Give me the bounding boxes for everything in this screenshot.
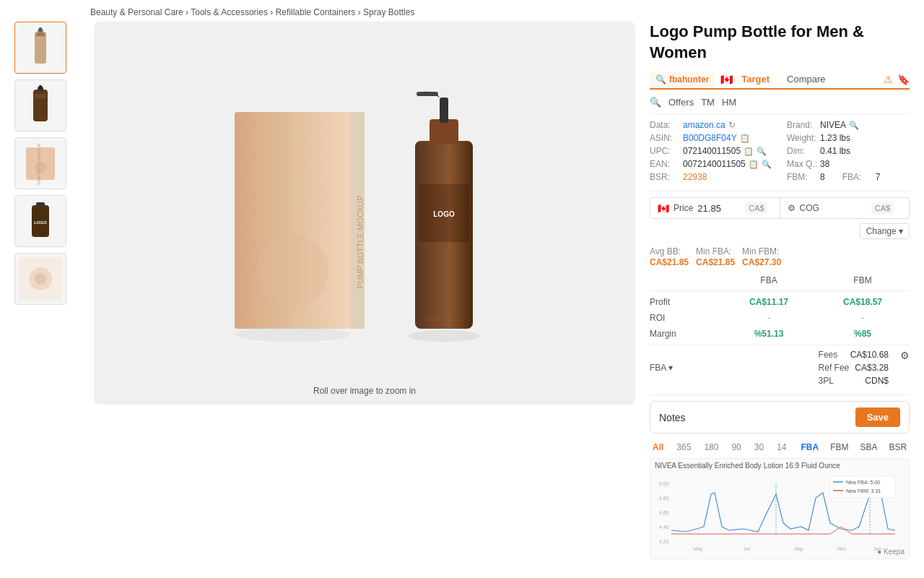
tab-target[interactable]: Target xyxy=(733,70,778,90)
thumbnail-4[interactable]: LOGO xyxy=(14,195,66,247)
period-180[interactable]: 180 xyxy=(701,441,721,454)
svg-point-13 xyxy=(35,162,46,173)
svg-rect-4 xyxy=(39,27,42,32)
price-input[interactable] xyxy=(697,203,741,214)
search-ean-icon[interactable]: 🔍 xyxy=(762,160,772,169)
keepa-chart: NIVEA Essentially Enriched Body Lotion 1… xyxy=(650,458,910,559)
fba-label: FBA: xyxy=(842,172,873,182)
search-upc-icon[interactable]: 🔍 xyxy=(757,147,767,156)
period-30[interactable]: 30 xyxy=(751,441,767,454)
fbahunter-icon: 🔍 xyxy=(655,74,666,85)
warning-icon: ⚠ xyxy=(884,74,893,85)
thumbnail-list: PUMP BOTTLE MOCKUP LOGO xyxy=(14,22,79,559)
pl3-label: 3PL xyxy=(819,376,834,386)
profit-col-fba-header: FBA xyxy=(722,273,816,288)
svg-text:4.80: 4.80 xyxy=(659,496,669,501)
data-label: Data: xyxy=(650,120,680,130)
svg-text:Jul: Jul xyxy=(744,546,750,551)
thumbnail-3[interactable]: PUMP BOTTLE MOCKUP xyxy=(14,137,66,189)
type-sba[interactable]: SBA xyxy=(856,441,882,454)
offers-row: 🔍 Offers TM HM xyxy=(650,97,910,108)
breadcrumb-sep: › xyxy=(358,7,361,17)
breadcrumb-item-3[interactable]: Refillable Containers xyxy=(276,7,356,17)
fba-dropdown[interactable]: FBA ▾ xyxy=(650,363,673,373)
roi-row-label: ROI xyxy=(650,311,722,324)
thumbnail-1[interactable] xyxy=(14,22,66,74)
upc-value: 072140011505 xyxy=(683,146,741,156)
period-14[interactable]: 14 xyxy=(774,441,789,454)
ref-fee-value: CA$3.28 xyxy=(855,363,889,373)
period-all[interactable]: All xyxy=(650,441,666,454)
min-fbm-label: Min FBM: xyxy=(742,246,781,256)
profit-fbm-value: CA$18.57 xyxy=(816,296,910,309)
profit-table: FBA FBM Profit CA$11.17 CA$18.57 ROI - -… xyxy=(650,273,910,387)
margin-fbm-value: %85 xyxy=(816,327,910,340)
svg-text:Nov: Nov xyxy=(837,546,847,551)
margin-row-label: Margin xyxy=(650,327,722,340)
type-fbm[interactable]: FBM xyxy=(826,441,853,454)
svg-rect-9 xyxy=(35,94,46,98)
type-fba[interactable]: FBA xyxy=(796,441,823,454)
bsr-value: 22938 xyxy=(683,172,707,182)
svg-text:100ml / 3.4fl.oz.: 100ml / 3.4fl.oz. xyxy=(426,317,461,322)
thumbnail-5[interactable] xyxy=(14,253,66,305)
brand-label: Brand: xyxy=(787,120,817,130)
tab-fbahunter[interactable]: 🔍 fbahunter xyxy=(650,72,715,87)
notes-label: Notes xyxy=(659,412,686,423)
roi-fba-value: - xyxy=(722,311,816,324)
search-brand-icon[interactable]: 🔍 xyxy=(849,121,859,130)
keepa-badge: ● Keepa xyxy=(877,548,905,556)
profit-col-fbm-header: FBM xyxy=(816,273,910,288)
offers-link[interactable]: Offers xyxy=(668,97,694,108)
svg-point-34 xyxy=(235,327,350,342)
copy-ean-icon[interactable]: 📋 xyxy=(749,160,759,169)
search-icon-offers: 🔍 xyxy=(650,97,661,108)
bookmark-icon[interactable]: 🔖 xyxy=(897,74,910,85)
avg-bb-value: CA$21.85 xyxy=(650,257,689,267)
filter-icon[interactable]: ⚙ xyxy=(900,350,910,361)
type-bsr[interactable]: BSR xyxy=(885,441,912,454)
profit-col-empty xyxy=(650,273,722,288)
svg-point-20 xyxy=(35,273,46,285)
cog-label: COG xyxy=(800,203,819,213)
fees-label: Fees xyxy=(819,350,838,360)
breadcrumb-item-4[interactable]: Spray Bottles xyxy=(363,7,414,17)
data-section: Data: amazon.ca ↻ ASIN: B00DG8F04Y 📋 UPC… xyxy=(650,120,910,185)
period-365[interactable]: 365 xyxy=(674,441,694,454)
hm-link[interactable]: HM xyxy=(722,97,736,108)
data-source[interactable]: amazon.ca xyxy=(683,120,725,130)
tab-compare[interactable]: Compare xyxy=(778,70,834,88)
averages-row: Avg BB: CA$21.85 Min FBA: CA$21.85 Min F… xyxy=(650,246,910,267)
copy-upc-icon[interactable]: 📋 xyxy=(744,147,754,156)
maxq-value: 38 xyxy=(820,159,829,169)
breadcrumb-item-1[interactable]: Beauty & Personal Care xyxy=(90,7,183,17)
breadcrumb-item-2[interactable]: Tools & Accessories xyxy=(191,7,268,17)
tm-link[interactable]: TM xyxy=(701,97,715,108)
copy-asin-icon[interactable]: 📋 xyxy=(740,134,750,143)
fba-value: 7 xyxy=(876,172,881,182)
price-label: Price xyxy=(674,203,693,213)
source-tabs: 🔍 fbahunter 🇨🇦 Target Compare ⚠ 🔖 xyxy=(650,70,910,90)
dim-value: 0.41 lbs xyxy=(820,146,850,156)
cog-input[interactable] xyxy=(824,203,867,214)
svg-text:LOGO: LOGO xyxy=(433,210,455,218)
canada-flag-price: 🇨🇦 xyxy=(658,203,669,214)
svg-rect-3 xyxy=(36,33,45,36)
breadcrumb-sep: › xyxy=(270,7,273,17)
weight-value: 1.23 lbs xyxy=(820,133,850,143)
ean-label: EAN: xyxy=(650,159,680,169)
notes-section: Notes Save xyxy=(650,401,910,434)
refresh-icon[interactable]: ↻ xyxy=(728,120,736,130)
breadcrumb: Beauty & Personal Care › Tools & Accesso… xyxy=(0,0,924,22)
asin-value[interactable]: B00DG8F04Y xyxy=(683,133,737,143)
thumbnail-2[interactable] xyxy=(14,79,66,131)
pl3-value: CDN$ xyxy=(865,376,889,386)
change-button[interactable]: Change ▾ xyxy=(860,223,910,239)
period-90[interactable]: 90 xyxy=(728,441,744,454)
svg-point-33 xyxy=(408,330,480,342)
save-button[interactable]: Save xyxy=(855,407,900,427)
asin-label: ASIN: xyxy=(650,133,680,143)
price-cog-container: 🇨🇦 Price CA$ ⚙ COG CA$ xyxy=(650,197,910,219)
product-title: Logo Pump Bottle for Men & Women xyxy=(650,22,910,63)
svg-rect-27 xyxy=(430,119,458,144)
